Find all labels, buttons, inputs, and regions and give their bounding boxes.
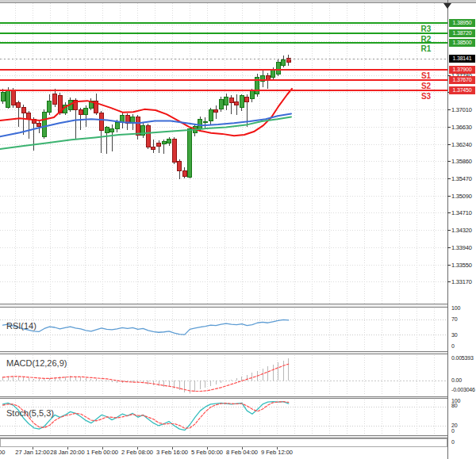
price-axis-tick: 1.37010 [451, 106, 472, 113]
candle-down [136, 117, 140, 135]
price-axis-tick: 1.36240 [451, 141, 472, 148]
candle-up [84, 108, 88, 114]
price-axis-tick: 1.36630 [451, 124, 472, 131]
stoch-indicator-label: Stoch(5,5,3) [6, 408, 54, 418]
rsi-line [3, 319, 289, 335]
resistance-label: R2 [414, 35, 438, 44]
support-label: S2 [414, 82, 438, 90]
candle-down [79, 109, 83, 114]
candle-down [37, 124, 41, 126]
support-label: S1 [414, 71, 438, 80]
rsi-scale-label: 70 [451, 316, 457, 322]
gridlines [0, 3, 447, 434]
candle-down [235, 102, 239, 105]
candle-down [172, 139, 176, 163]
macd-indicator-label: MACD(12,26,9) [6, 358, 67, 368]
price-axis-tick: 1.33550 [451, 262, 472, 269]
candle-down [178, 161, 182, 170]
price-axis-tick: 1.35860 [451, 158, 472, 165]
candle-down [17, 103, 21, 107]
candle-up [6, 90, 10, 107]
macd-scale-label: 0.00 [451, 377, 462, 383]
candle-down [286, 58, 290, 62]
resistance-price-badge: 1.38720 [449, 29, 475, 37]
support-label: S3 [414, 92, 438, 101]
resistance-label: R1 [414, 44, 438, 53]
candle-up [167, 139, 171, 143]
candle-down [11, 90, 15, 105]
candle-down [21, 107, 25, 113]
candle-up [203, 121, 207, 123]
rsi-scale-label: 100 [451, 305, 460, 311]
stoch-scale-label: 20 [451, 423, 457, 428]
stoch-scale-label: 80 [451, 403, 457, 408]
price-axis-tick: 1.33940 [451, 244, 472, 251]
support-price-badge: 1.37670 [449, 76, 475, 84]
price-axis-tick: 1.33170 [451, 278, 472, 285]
candle-down [157, 143, 161, 146]
price-axis-tick: 1.35090 [451, 193, 472, 200]
scroll-to-end-marker [443, 3, 451, 9]
current-price-badge: 1.38141 [449, 55, 475, 63]
candle-down [229, 98, 233, 103]
chrome [0, 0, 476, 459]
candle-up [225, 97, 228, 105]
candle-up [42, 113, 46, 136]
candle-down [99, 113, 103, 130]
macd-signal-line [3, 364, 289, 391]
candle-down [214, 110, 218, 113]
pivot-level-lines [0, 23, 447, 90]
rsi-scale-label: 30 [451, 332, 457, 338]
candle-up [1, 93, 5, 101]
candle-down [152, 147, 155, 149]
rsi-indicator-label: RSI(14) [6, 321, 36, 331]
resistance-price-badge: 1.38500 [449, 39, 475, 47]
candle-up [198, 119, 202, 128]
time-axis-label: 9 Feb 12:00 [249, 449, 305, 456]
macd-scale-label: -0.003046 [451, 387, 475, 392]
candle-up [48, 101, 52, 113]
chart-canvas[interactable] [0, 0, 476, 459]
candle-up [276, 62, 280, 75]
candle-down [182, 170, 186, 176]
resistance-label: R3 [414, 25, 438, 33]
macd-scale-label: 0.005393 [451, 355, 474, 361]
candle-up [240, 96, 244, 107]
candle-up [219, 99, 223, 109]
candle-up [188, 128, 192, 177]
indicator-levels [0, 319, 447, 426]
candle-down [53, 94, 57, 105]
candle-up [110, 129, 114, 132]
candle-up [209, 110, 213, 121]
candle-up [115, 123, 119, 129]
candle-down [245, 97, 249, 101]
trading-chart-window: RSI(14) MACD(12,26,9) Stoch(5,5,3) 1.381… [0, 0, 476, 459]
support-price-badge: 1.37900 [449, 66, 475, 74]
resistance-price-badge: 1.38950 [449, 19, 475, 27]
candlesticks [1, 55, 290, 179]
rsi-scale-label: 0 [451, 343, 455, 349]
stoch-scale-label: 0 [451, 428, 455, 434]
candle-up [250, 91, 254, 99]
price-axis-tick: 1.35470 [451, 175, 472, 182]
candle-up [162, 141, 166, 143]
candle-up [282, 59, 286, 65]
price-axis-tick: 1.34320 [451, 227, 472, 234]
candle-up [271, 70, 275, 78]
price-axis-tick: 1.34710 [451, 209, 472, 216]
support-price-badge: 1.37450 [449, 86, 475, 94]
candle-up [105, 127, 109, 132]
mini-panel-zero-label: 0 [451, 439, 455, 445]
candle-down [146, 126, 150, 147]
axis-ticks [33, 76, 451, 450]
